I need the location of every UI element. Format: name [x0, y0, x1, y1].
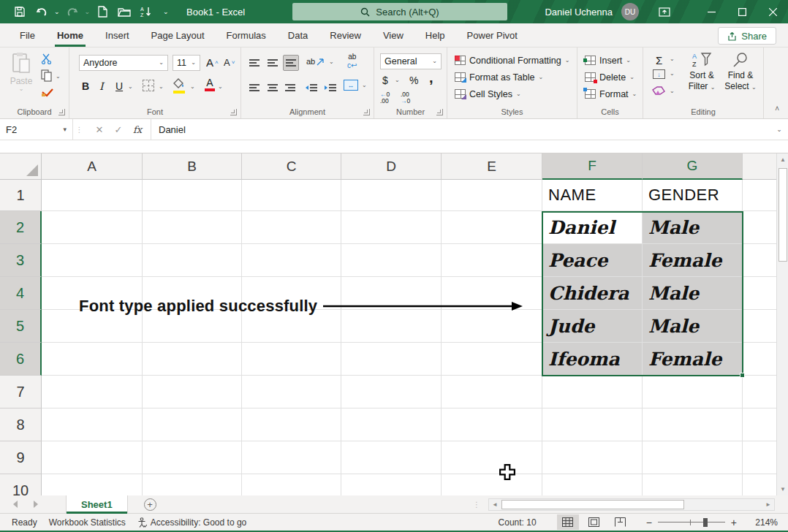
font-color-dropdown-icon[interactable]: ⌄	[218, 84, 223, 90]
middle-align-icon[interactable]	[265, 55, 280, 71]
column-header-D[interactable]: D	[341, 153, 442, 180]
undo-dropdown-icon[interactable]: ⌄	[54, 9, 60, 15]
vertical-scrollbar[interactable]: ▲ ▼	[776, 153, 788, 495]
decrease-indent-icon[interactable]	[303, 80, 319, 96]
cell-F3[interactable]: Peace	[542, 244, 643, 277]
scroll-left-icon[interactable]: ◄	[489, 499, 501, 510]
borders-icon[interactable]	[143, 80, 154, 91]
formula-bar-splitter[interactable]: ⋮	[73, 119, 86, 140]
tab-file[interactable]: File	[9, 23, 46, 47]
zoom-in-icon[interactable]: +	[731, 517, 737, 528]
fill-dropdown-icon[interactable]: ⌄	[670, 71, 675, 77]
cell-A7[interactable]	[42, 376, 143, 408]
orientation-icon[interactable]: ab	[304, 53, 327, 69]
zoom-slider[interactable]	[658, 518, 725, 527]
cell-E2[interactable]	[442, 211, 542, 244]
tab-help[interactable]: Help	[414, 23, 456, 47]
column-header-G[interactable]: G	[643, 153, 743, 180]
cell-A6[interactable]	[42, 343, 143, 376]
cell-A1[interactable]	[42, 180, 143, 211]
redo-dropdown-icon[interactable]: ⌄	[85, 9, 91, 15]
cell-E3[interactable]	[442, 244, 542, 277]
cell-B7[interactable]	[143, 376, 242, 408]
expand-formula-bar-icon[interactable]: ⌄	[770, 119, 788, 140]
collapse-ribbon-icon[interactable]: ˄	[775, 104, 779, 113]
insert-function-icon[interactable]: fx	[129, 121, 146, 137]
close-button[interactable]	[757, 0, 788, 23]
decrease-decimal-icon[interactable]: .00→0	[401, 91, 410, 105]
ribbon-display-options-icon[interactable]	[652, 0, 677, 23]
cell-D6[interactable]	[341, 343, 442, 376]
tabbar-splitter[interactable]: ⋮	[473, 501, 481, 509]
italic-button[interactable]: I	[97, 78, 106, 94]
cell-F2[interactable]: Daniel	[542, 211, 643, 244]
cell-D10[interactable]	[341, 474, 442, 495]
tab-home[interactable]: Home	[46, 23, 94, 47]
row-header-6[interactable]: 6	[0, 343, 42, 376]
currency-dropdown-icon[interactable]: ⌄	[395, 77, 400, 83]
align-left-icon[interactable]	[247, 80, 262, 96]
zoom-slider-thumb[interactable]	[703, 518, 708, 527]
copy-icon[interactable]	[41, 69, 53, 84]
cell-E6[interactable]	[442, 343, 542, 376]
scroll-up-icon[interactable]: ▲	[777, 153, 788, 166]
comma-icon[interactable]: ,	[427, 69, 436, 86]
merge-center-icon[interactable]: ↔	[344, 80, 358, 91]
number-dialog-launcher-icon[interactable]	[436, 109, 443, 115]
cell-A2[interactable]	[42, 211, 143, 244]
cell-D1[interactable]	[341, 180, 442, 211]
fill-color-icon[interactable]	[173, 78, 186, 94]
column-header-A[interactable]: A	[42, 153, 143, 180]
bottom-align-icon[interactable]	[283, 55, 299, 71]
row-header-3[interactable]: 3	[0, 244, 42, 277]
qat-customize-icon[interactable]: ⌄	[163, 9, 169, 15]
currency-icon[interactable]: $	[380, 72, 390, 88]
new-sheet-icon[interactable]: +	[144, 498, 156, 511]
clear-dropdown-icon[interactable]: ⌄	[670, 88, 675, 94]
cell-F6[interactable]: Ifeoma	[542, 343, 643, 376]
merge-center-dropdown-icon[interactable]: ⌄	[362, 83, 367, 88]
align-right-icon[interactable]	[283, 80, 298, 96]
column-header-F[interactable]: F	[542, 153, 643, 180]
accessibility-status[interactable]: Accessibility: Good to go	[137, 517, 246, 528]
autosum-dropdown-icon[interactable]: ⌄	[670, 56, 675, 62]
name-box-dropdown-icon[interactable]: ▾	[63, 126, 67, 133]
normal-view-button[interactable]	[557, 514, 579, 530]
cell-C10[interactable]	[242, 474, 341, 495]
name-box[interactable]: F2 ▾	[0, 119, 73, 140]
copy-dropdown-icon[interactable]: ⌄	[56, 74, 61, 80]
cell-F4[interactable]: Chidera	[542, 277, 643, 310]
borders-dropdown-icon[interactable]: ⌄	[159, 84, 164, 90]
cell-A9[interactable]	[42, 441, 143, 474]
row-header-10[interactable]: 10	[0, 474, 42, 495]
font-color-icon[interactable]: A	[205, 77, 215, 91]
new-file-icon[interactable]	[93, 2, 112, 21]
cell-B9[interactable]	[143, 441, 242, 474]
bold-button[interactable]: B	[80, 78, 91, 94]
row-header-9[interactable]: 9	[0, 441, 42, 474]
sort-filter-button[interactable]: AZ Sort &Filter ⌄	[684, 52, 719, 92]
tab-formulas[interactable]: Formulas	[216, 23, 277, 47]
cancel-icon[interactable]: ✕	[91, 121, 108, 137]
share-button[interactable]: Share	[718, 27, 776, 45]
cell-F9[interactable]	[542, 441, 643, 474]
horizontal-scrollbar[interactable]: ◄ ►	[488, 498, 775, 511]
clipboard-dialog-launcher-icon[interactable]	[58, 109, 65, 115]
cell-G3[interactable]: Female	[643, 244, 743, 277]
cell-C6[interactable]	[242, 343, 341, 376]
cell-C8[interactable]	[242, 408, 341, 441]
cell-E10[interactable]	[442, 474, 542, 495]
column-header-E[interactable]: E	[442, 153, 542, 180]
percent-icon[interactable]: %	[407, 72, 420, 88]
cell-F1[interactable]: NAME	[542, 180, 643, 211]
tab-power-pivot[interactable]: Power Pivot	[456, 23, 529, 47]
page-layout-view-button[interactable]	[583, 514, 605, 530]
cell-B2[interactable]	[143, 211, 242, 244]
cell-C1[interactable]	[242, 180, 341, 211]
orientation-dropdown-icon[interactable]: ⌄	[329, 59, 334, 65]
cell-G10[interactable]	[643, 474, 743, 495]
row-header-8[interactable]: 8	[0, 408, 42, 441]
sheet-tab-sheet1[interactable]: Sheet1	[66, 495, 128, 514]
workbook-statistics-button[interactable]: Workbook Statistics	[49, 517, 126, 528]
enter-icon[interactable]: ✓	[110, 121, 127, 137]
